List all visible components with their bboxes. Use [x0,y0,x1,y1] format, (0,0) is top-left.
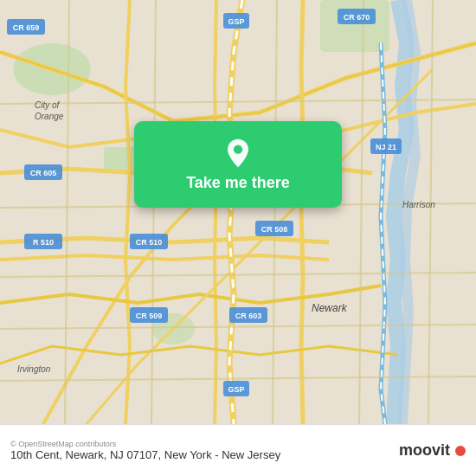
map-svg: CR 659 CR 670 GSP GSP NJ 21 CR 605 R 510… [0,0,476,424]
take-me-there-button[interactable]: Take me there [134,121,342,208]
map-credit: © OpenStreetMap contributors [10,440,280,448]
moovit-logo: moovit [399,441,466,460]
svg-text:Orange: Orange [35,112,64,121]
cta-label: Take me there [186,174,290,192]
svg-text:CR 510: CR 510 [136,238,163,247]
svg-text:CR 670: CR 670 [344,13,370,22]
svg-text:Newark: Newark [312,302,348,314]
footer-info: © OpenStreetMap contributors 10th Cent, … [10,440,280,461]
svg-text:CR 509: CR 509 [136,312,163,320]
footer: © OpenStreetMap contributors 10th Cent, … [0,424,476,476]
svg-text:Harrison: Harrison [402,200,435,209]
svg-text:R 510: R 510 [33,238,54,247]
location-pin-icon [222,138,254,169]
map-view: CR 659 CR 670 GSP GSP NJ 21 CR 605 R 510… [0,0,476,424]
svg-text:CR 508: CR 508 [261,225,288,234]
svg-text:CR 603: CR 603 [235,312,262,320]
svg-text:CR 605: CR 605 [30,169,57,177]
svg-text:GSP: GSP [228,385,244,394]
svg-point-32 [234,145,242,153]
svg-text:CR 659: CR 659 [13,23,40,32]
svg-text:NJ 21: NJ 21 [376,143,396,151]
svg-text:City of: City of [35,100,61,110]
moovit-dot-icon [455,446,466,456]
location-address: 10th Cent, Newark, NJ 07107, New York - … [10,448,280,461]
svg-text:Irvington: Irvington [17,364,51,374]
svg-text:GSP: GSP [228,17,244,26]
moovit-brand-text: moovit [399,441,450,460]
